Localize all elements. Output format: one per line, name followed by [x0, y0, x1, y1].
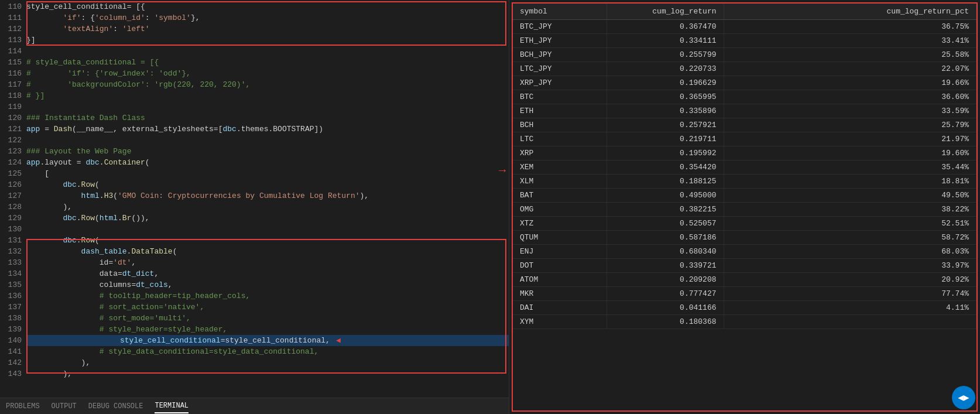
table-row: LTC_JPY0.22073322.07% [513, 62, 976, 76]
col-header-cum-log-return-pct[interactable]: cum_log_return_pct [724, 4, 976, 20]
table-cell-col-1: 0.365995 [606, 90, 724, 104]
table-cell-col-0: OMG [513, 203, 606, 217]
table-cell-col-2: 20.92% [724, 273, 976, 287]
table-cell-col-2: 22.07% [724, 62, 976, 76]
editor-wrapper: style_cell_conditional= [{'if': {'column… [26, 0, 509, 398]
tab-output[interactable]: OUTPUT [52, 400, 77, 413]
table-row: LTC0.21971121.97% [513, 132, 976, 146]
table-row: XYM0.180368 [513, 315, 976, 329]
table-cell-col-1: 0.680340 [606, 245, 724, 259]
table-cell-col-2: 35.44% [724, 160, 976, 175]
code-editor-panel: 1101111121131141151161171181191201211221… [0, 0, 509, 414]
table-cell-col-2: 18.81% [724, 175, 976, 189]
table-cell-col-2: 4.11% [724, 301, 976, 315]
table-cell-col-0: BTC_JPY [513, 20, 606, 34]
table-cell-col-1: 0.339721 [606, 259, 724, 273]
tab-terminal[interactable]: TERMINAL [155, 399, 189, 413]
table-cell-col-2 [724, 315, 976, 329]
table-cell-col-1: 0.367470 [606, 20, 724, 34]
table-cell-col-0: DOT [513, 259, 606, 273]
table-row: DOT0.33972133.97% [513, 259, 976, 273]
table-cell-col-2: 21.97% [724, 132, 976, 146]
table-cell-col-1: 0.382215 [606, 203, 724, 217]
table-cell-col-0: XRP_JPY [513, 76, 606, 90]
table-cell-col-0: ENJ [513, 245, 606, 259]
table-cell-col-2: 33.97% [724, 259, 976, 273]
table-cell-col-2: 77.74% [724, 287, 976, 301]
table-row: BAT0.49500049.50% [513, 189, 976, 203]
table-row: BTC0.36599536.60% [513, 90, 976, 104]
tab-problems[interactable]: PROBLEMS [6, 400, 40, 413]
table-row: QTUM0.58718658.72% [513, 231, 976, 245]
table-cell-col-1: 0.219711 [606, 132, 724, 146]
table-cell-col-0: XYM [513, 315, 606, 329]
table-cell-col-1: 0.334111 [606, 34, 724, 48]
table-cell-col-2: 25.58% [724, 48, 976, 62]
table-cell-col-2: 58.72% [724, 231, 976, 245]
table-cell-col-0: XTZ [513, 217, 606, 231]
table-row: MKR0.77742777.74% [513, 287, 976, 301]
scroll-button[interactable]: ◀▶ [952, 386, 975, 409]
data-table: symbol cum_log_return cum_log_return_pct… [513, 4, 976, 329]
table-cell-col-1: 0.587186 [606, 231, 724, 245]
table-cell-col-1: 0.525057 [606, 217, 724, 231]
table-row: XEM0.35442035.44% [513, 160, 976, 175]
table-cell-col-0: QTUM [513, 231, 606, 245]
table-row: ETH_JPY0.33411133.41% [513, 34, 976, 48]
table-cell-col-2: 33.59% [724, 104, 976, 118]
table-row: XRP_JPY0.19662919.66% [513, 76, 976, 90]
table-cell-col-1: 0.196629 [606, 76, 724, 90]
table-cell-col-0: BTC [513, 90, 606, 104]
table-row: DAI0.0411664.11% [513, 301, 976, 315]
table-cell-col-2: 49.50% [724, 189, 976, 203]
table-row: BCH0.25792125.79% [513, 118, 976, 132]
table-cell-col-0: XEM [513, 160, 606, 175]
table-cell-col-2: 38.22% [724, 203, 976, 217]
table-row: ETH0.33589633.59% [513, 104, 976, 118]
table-row: XTZ0.52505752.51% [513, 217, 976, 231]
table-cell-col-2: 19.60% [724, 146, 976, 160]
table-cell-col-0: LTC_JPY [513, 62, 606, 76]
table-cell-col-1: 0.180368 [606, 315, 724, 329]
table-row: BTC_JPY0.36747036.75% [513, 20, 976, 34]
line-numbers: 1101111121131141151161171181191201211221… [0, 0, 26, 398]
table-row: XLM0.18812518.81% [513, 175, 976, 189]
main-area: 1101111121131141151161171181191201211221… [0, 0, 980, 414]
table-cell-col-0: ATOM [513, 273, 606, 287]
table-row: ENJ0.68034068.03% [513, 245, 976, 259]
table-cell-col-2: 68.03% [724, 245, 976, 259]
table-cell-col-2: 36.75% [724, 20, 976, 34]
data-panel: symbol cum_log_return cum_log_return_pct… [509, 0, 980, 414]
table-cell-col-1: 0.335896 [606, 104, 724, 118]
table-cell-col-1: 0.255799 [606, 48, 724, 62]
table-cell-col-0: BCH_JPY [513, 48, 606, 62]
table-cell-col-1: 0.354420 [606, 160, 724, 175]
table-cell-col-0: XLM [513, 175, 606, 189]
table-row: BCH_JPY0.25579925.58% [513, 48, 976, 62]
table-cell-col-0: BAT [513, 189, 606, 203]
right-arrow: → [499, 164, 506, 177]
table-cell-col-1: 0.188125 [606, 175, 724, 189]
table-cell-col-0: ETH [513, 104, 606, 118]
table-cell-col-1: 0.041166 [606, 301, 724, 315]
table-cell-col-0: MKR [513, 287, 606, 301]
table-cell-col-0: LTC [513, 132, 606, 146]
table-cell-col-1: 0.257921 [606, 118, 724, 132]
table-row: XRP0.19599219.60% [513, 146, 976, 160]
table-cell-col-0: BCH [513, 118, 606, 132]
code-lines: style_cell_conditional= [{'if': {'column… [26, 0, 509, 379]
table-header-row: symbol cum_log_return cum_log_return_pct [513, 4, 976, 20]
data-table-container: symbol cum_log_return cum_log_return_pct… [512, 2, 978, 412]
col-header-cum-log-return[interactable]: cum_log_return [606, 4, 724, 20]
table-row: ATOM0.20920820.92% [513, 273, 976, 287]
table-cell-col-2: 36.60% [724, 90, 976, 104]
tab-debug-console[interactable]: DEBUG CONSOLE [88, 400, 143, 413]
table-cell-col-1: 0.195992 [606, 146, 724, 160]
table-cell-col-2: 33.41% [724, 34, 976, 48]
table-cell-col-1: 0.495000 [606, 189, 724, 203]
table-cell-col-2: 25.79% [724, 118, 976, 132]
table-row: OMG0.38221538.22% [513, 203, 976, 217]
table-cell-col-0: ETH_JPY [513, 34, 606, 48]
col-header-symbol[interactable]: symbol [513, 4, 606, 20]
table-cell-col-1: 0.220733 [606, 62, 724, 76]
